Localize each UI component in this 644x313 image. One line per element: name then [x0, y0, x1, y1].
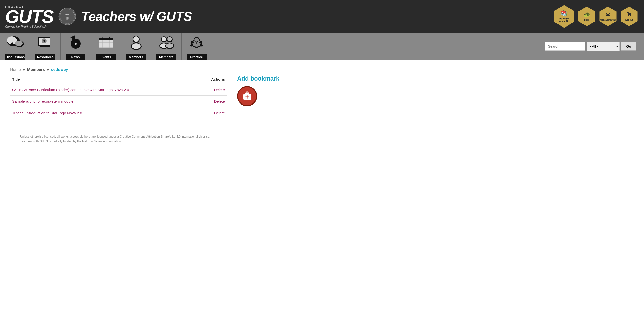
svg-rect-21 — [99, 38, 113, 40]
my-pages-icon: 📚 — [561, 10, 568, 17]
main-nav-bar: Discussions Resources — [0, 33, 644, 60]
search-go-button[interactable]: Go — [621, 42, 636, 51]
header-nav: 📚 My Pages About Us 🐢 Help ✉ Contact GUT… — [553, 5, 639, 28]
bookmark-plus-icon — [241, 90, 253, 102]
nsf-logo-icon: NSF — [58, 8, 76, 25]
search-input[interactable] — [545, 42, 585, 51]
svg-point-45 — [194, 38, 199, 42]
logo-guts-text: GUTS — [5, 9, 53, 25]
breadcrumb-sep2: » — [47, 67, 49, 72]
practice-icon — [188, 35, 206, 52]
table-header-row: Title Actions — [10, 74, 227, 84]
nav-resources[interactable]: Resources — [30, 33, 61, 60]
events-icon — [97, 35, 115, 52]
add-bookmark-title: Add bookmark — [237, 75, 292, 82]
site-title-text: Teachers w/ GUTS — [81, 9, 192, 24]
logout-button[interactable]: 🖱 Logout — [619, 7, 639, 26]
svg-point-32 — [133, 36, 139, 42]
help-button[interactable]: 🐢 Help — [577, 7, 597, 26]
about-us-label: About Us — [559, 20, 569, 23]
bookmark-title-cell: Sample rubric for ecosystem module — [10, 96, 199, 107]
discussions-label: Discussions — [5, 54, 25, 60]
col-title-header: Title — [10, 74, 199, 84]
bookmark-title-cell: CS in Science Curriculum (binder) compat… — [10, 84, 199, 96]
col-actions-header: Actions — [199, 74, 227, 84]
content-left: Home » Members » cedewey Title Actions C… — [10, 67, 227, 149]
help-label: Help — [584, 19, 589, 21]
table-row: Tutorial Introduction to StarLogo Nova 2… — [10, 107, 227, 119]
resources-label: Resources — [35, 54, 55, 60]
nav-practice[interactable]: Practice — [182, 33, 212, 60]
help-icon: 🐢 — [583, 11, 590, 18]
breadcrumb-sep1: » — [23, 67, 25, 72]
contact-icon: ✉ — [606, 11, 610, 18]
svg-point-18 — [75, 43, 77, 45]
site-header: PROJECT GUTS Growing Up Thinking Scienti… — [0, 0, 644, 33]
breadcrumb-home-link[interactable]: Home — [10, 67, 21, 72]
discussions-icon — [6, 35, 24, 52]
search-filter-select[interactable]: - All - — [587, 42, 620, 51]
bookmark-title-link[interactable]: Sample rubric for ecosystem module — [12, 99, 73, 103]
resources-icon — [37, 35, 54, 52]
svg-point-53 — [195, 47, 198, 48]
contact-label: Contact GUTS — [600, 19, 616, 21]
news-icon — [67, 35, 84, 52]
svg-point-36 — [162, 37, 166, 41]
header-left: PROJECT GUTS Growing Up Thinking Scienti… — [5, 5, 192, 28]
members1-label: Members — [126, 54, 146, 60]
svg-point-40 — [167, 37, 172, 41]
content-right: Add bookmark — [237, 67, 292, 149]
svg-point-41 — [166, 43, 173, 48]
svg-rect-57 — [246, 92, 248, 93]
my-pages-label: My Pages — [559, 17, 569, 20]
nav-items-list: Discussions Resources — [0, 33, 212, 60]
logout-icon: 🖱 — [626, 11, 632, 18]
add-bookmark-button[interactable] — [237, 86, 257, 106]
nav-members2[interactable]: Members — [151, 33, 182, 60]
logo-tagline-text: Growing Up Thinking Scientifically — [5, 25, 53, 28]
svg-point-54 — [196, 37, 198, 38]
bookmark-delete-cell[interactable]: Delete — [199, 96, 227, 107]
svg-point-9 — [15, 41, 23, 46]
breadcrumb: Home » Members » cedewey — [10, 67, 227, 72]
nav-members1[interactable]: Members — [121, 33, 151, 60]
bookmark-delete-cell[interactable]: Delete — [199, 107, 227, 119]
svg-rect-20 — [99, 40, 113, 48]
footer-text: Unless otherwise licensed, all works acc… — [20, 134, 217, 144]
practice-label: Practice — [187, 54, 207, 60]
members1-icon — [127, 35, 145, 52]
bookmark-delete-cell[interactable]: Delete — [199, 84, 227, 96]
breadcrumb-members-link: Members — [27, 67, 45, 72]
logout-label: Logout — [625, 19, 633, 21]
nav-search-area: - All - Go — [542, 33, 639, 60]
bookmarks-table: Title Actions CS in Science Curriculum (… — [10, 74, 227, 119]
table-row: CS in Science Curriculum (binder) compat… — [10, 84, 227, 96]
svg-rect-14 — [40, 46, 50, 47]
members2-icon — [158, 35, 175, 52]
main-content: Home » Members » cedewey Title Actions C… — [0, 60, 303, 156]
svg-point-33 — [132, 43, 141, 49]
bookmark-title-cell: Tutorial Introduction to StarLogo Nova 2… — [10, 107, 199, 119]
footer: Unless otherwise licensed, all works acc… — [10, 129, 227, 149]
svg-text:NSF: NSF — [65, 13, 70, 16]
bookmark-title-link[interactable]: Tutorial Introduction to StarLogo Nova 2… — [12, 111, 82, 115]
nav-events[interactable]: Events — [91, 33, 121, 60]
nav-news[interactable]: News — [61, 33, 91, 60]
news-label: News — [66, 54, 85, 60]
breadcrumb-current: cedewey — [51, 67, 68, 72]
table-row: Sample rubric for ecosystem module Delet… — [10, 96, 227, 107]
contact-button[interactable]: ✉ Contact GUTS — [598, 7, 618, 26]
svg-point-0 — [59, 8, 76, 25]
nav-discussions[interactable]: Discussions — [0, 33, 30, 60]
members2-label: Members — [156, 54, 176, 60]
logo-block: PROJECT GUTS Growing Up Thinking Scienti… — [5, 5, 53, 28]
bookmark-title-link[interactable]: CS in Science Curriculum (binder) compat… — [12, 88, 129, 92]
events-label: Events — [96, 54, 116, 60]
my-pages-button[interactable]: 📚 My Pages About Us — [553, 5, 575, 28]
